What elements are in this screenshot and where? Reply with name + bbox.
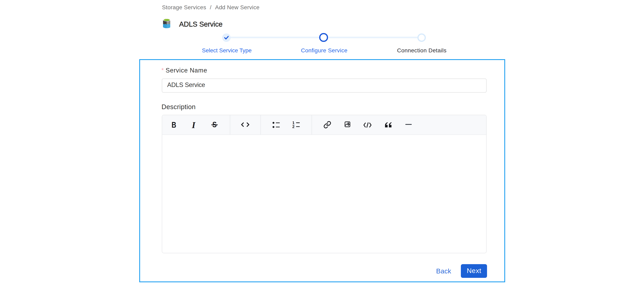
svg-text:2: 2 <box>292 124 295 128</box>
